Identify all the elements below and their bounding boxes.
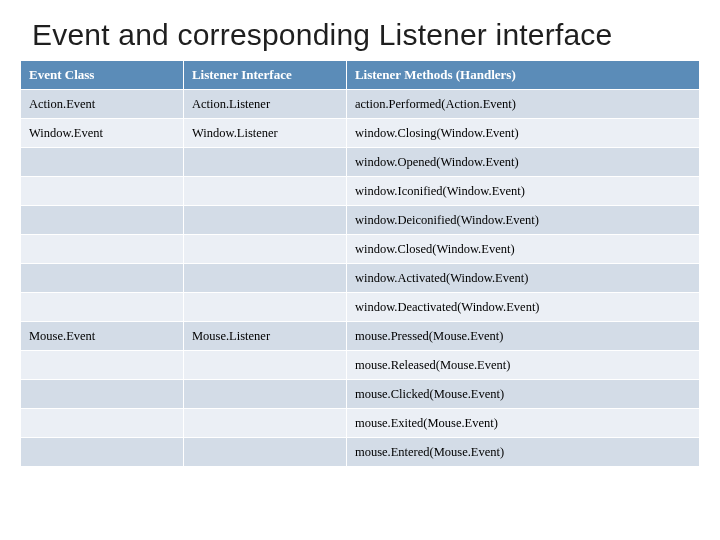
cell-listener (183, 235, 346, 264)
table-row: mouse.Exited(Mouse.Event) (21, 409, 700, 438)
cell-method: window.Deactivated(Window.Event) (346, 293, 699, 322)
slide-title: Event and corresponding Listener interfa… (32, 18, 700, 52)
cell-method: mouse.Clicked(Mouse.Event) (346, 380, 699, 409)
cell-event (21, 206, 184, 235)
cell-listener (183, 177, 346, 206)
cell-event (21, 177, 184, 206)
slide: Event and corresponding Listener interfa… (0, 0, 720, 540)
cell-method: mouse.Released(Mouse.Event) (346, 351, 699, 380)
cell-listener (183, 206, 346, 235)
cell-event (21, 148, 184, 177)
cell-listener (183, 264, 346, 293)
cell-event (21, 438, 184, 467)
table-body: Action.Event Action.Listener action.Perf… (21, 90, 700, 467)
cell-event: Window.Event (21, 119, 184, 148)
header-event-class: Event Class (21, 61, 184, 90)
table-row: window.Deactivated(Window.Event) (21, 293, 700, 322)
cell-listener: Window.Listener (183, 119, 346, 148)
cell-listener: Action.Listener (183, 90, 346, 119)
table-row: window.Deiconified(Window.Event) (21, 206, 700, 235)
cell-event (21, 351, 184, 380)
cell-listener (183, 409, 346, 438)
table-row: Action.Event Action.Listener action.Perf… (21, 90, 700, 119)
cell-event: Action.Event (21, 90, 184, 119)
cell-method: window.Opened(Window.Event) (346, 148, 699, 177)
cell-method: mouse.Exited(Mouse.Event) (346, 409, 699, 438)
cell-method: action.Performed(Action.Event) (346, 90, 699, 119)
table-row: Window.Event Window.Listener window.Clos… (21, 119, 700, 148)
table-header-row: Event Class Listener Interface Listener … (21, 61, 700, 90)
table-row: mouse.Released(Mouse.Event) (21, 351, 700, 380)
cell-method: mouse.Entered(Mouse.Event) (346, 438, 699, 467)
cell-method: window.Closed(Window.Event) (346, 235, 699, 264)
cell-listener (183, 380, 346, 409)
cell-listener (183, 293, 346, 322)
cell-event (21, 235, 184, 264)
cell-method: window.Closing(Window.Event) (346, 119, 699, 148)
cell-event (21, 293, 184, 322)
cell-event (21, 264, 184, 293)
header-listener-methods: Listener Methods (Handlers) (346, 61, 699, 90)
table-row: window.Activated(Window.Event) (21, 264, 700, 293)
cell-method: window.Iconified(Window.Event) (346, 177, 699, 206)
cell-listener (183, 351, 346, 380)
table-row: window.Iconified(Window.Event) (21, 177, 700, 206)
cell-method: mouse.Pressed(Mouse.Event) (346, 322, 699, 351)
table-row: mouse.Clicked(Mouse.Event) (21, 380, 700, 409)
cell-listener (183, 438, 346, 467)
table-row: window.Opened(Window.Event) (21, 148, 700, 177)
table-row: window.Closed(Window.Event) (21, 235, 700, 264)
listener-table: Event Class Listener Interface Listener … (20, 60, 700, 467)
cell-event (21, 409, 184, 438)
cell-listener: Mouse.Listener (183, 322, 346, 351)
cell-method: window.Activated(Window.Event) (346, 264, 699, 293)
cell-event (21, 380, 184, 409)
cell-listener (183, 148, 346, 177)
table-row: Mouse.Event Mouse.Listener mouse.Pressed… (21, 322, 700, 351)
header-listener-interface: Listener Interface (183, 61, 346, 90)
cell-event: Mouse.Event (21, 322, 184, 351)
cell-method: window.Deiconified(Window.Event) (346, 206, 699, 235)
table-row: mouse.Entered(Mouse.Event) (21, 438, 700, 467)
